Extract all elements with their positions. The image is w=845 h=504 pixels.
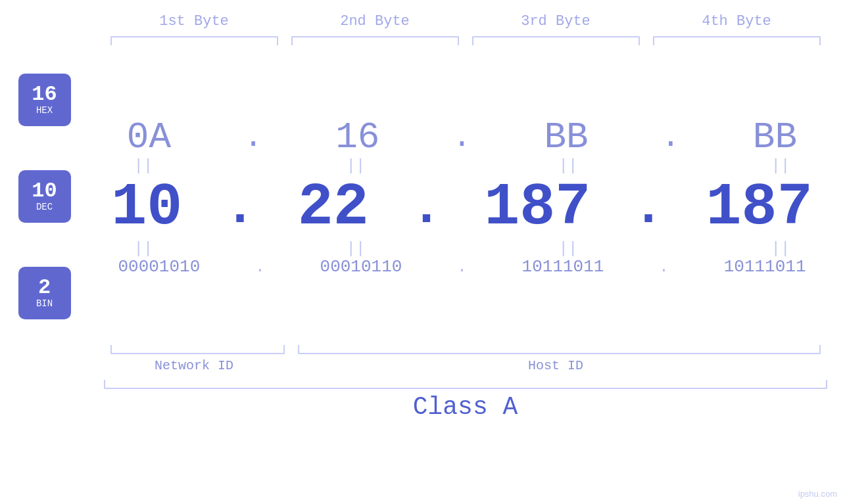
dot-bin-2: . — [457, 258, 466, 276]
byte-headers-row: 1st Byte 2nd Byte 3rd Byte 4th Byte — [104, 13, 827, 30]
host-id-label: Host ID — [285, 358, 827, 373]
bin-badge-number: 2 — [38, 277, 51, 298]
eq-row-2: || || || || — [84, 241, 840, 257]
top-brackets — [104, 36, 827, 45]
eq-2-3: || — [559, 241, 578, 257]
hex-val-3: BB — [544, 116, 589, 158]
host-bracket-wrapper — [298, 345, 821, 354]
dec-val-1: 10 — [111, 174, 182, 241]
hex-val-1: 0A — [127, 116, 171, 158]
dot-hex-1: . — [244, 120, 263, 155]
class-bracket — [104, 380, 827, 389]
eq-2-2: || — [347, 241, 366, 257]
hex-val-4: BB — [753, 116, 797, 158]
dec-val-4: 187 — [706, 174, 813, 241]
byte-header-2: 2nd Byte — [302, 13, 447, 30]
eq-2-1: || — [134, 241, 153, 257]
dot-dec-3: . — [633, 178, 664, 238]
dot-bin-3: . — [659, 258, 668, 276]
id-labels-row: Network ID Host ID — [104, 358, 827, 373]
network-id-label: Network ID — [104, 358, 285, 373]
dec-badge: 10 DEC — [18, 170, 71, 223]
hex-val-2: 16 — [335, 116, 379, 158]
class-label-container: Class A — [104, 393, 827, 421]
hex-badge: 16 HEX — [18, 74, 71, 126]
eq-2-4: || — [771, 241, 790, 257]
bracket-top-1 — [110, 36, 278, 45]
dec-val-2: 22 — [298, 174, 369, 241]
eq-1-4: || — [771, 158, 790, 174]
bin-val-4: 10111011 — [724, 257, 806, 277]
dot-hex-2: . — [452, 120, 471, 155]
dec-badge-label: DEC — [36, 202, 53, 212]
dot-dec-2: . — [410, 178, 442, 238]
byte-header-1: 1st Byte — [122, 13, 266, 30]
class-label: Class A — [413, 393, 518, 421]
eq-1-1: || — [134, 158, 153, 174]
bin-val-3: 10111011 — [522, 257, 604, 277]
hex-badge-number: 16 — [32, 84, 57, 105]
bin-badge-label: BIN — [36, 298, 53, 309]
hex-badge-label: HEX — [36, 105, 53, 116]
byte-header-4: 4th Byte — [664, 13, 809, 30]
content-row: 16 HEX 10 DEC 2 BIN 0A . 16 . BB . BB — [5, 52, 840, 341]
class-bracket-line — [104, 380, 827, 389]
bottom-brackets-row — [104, 345, 827, 354]
eq-1-3: || — [559, 158, 578, 174]
badges-column: 16 HEX 10 DEC 2 BIN — [5, 52, 84, 341]
dot-bin-1: . — [255, 258, 264, 276]
bin-val-2: 00010110 — [320, 257, 402, 277]
bin-val-1: 00001010 — [118, 257, 200, 277]
bracket-top-3 — [472, 36, 640, 45]
network-bracket — [110, 345, 285, 354]
dec-val-3: 187 — [484, 174, 591, 241]
eq-1-2: || — [347, 158, 366, 174]
watermark: ipshu.com — [798, 489, 837, 499]
dot-dec-1: . — [224, 178, 256, 238]
dot-hex-3: . — [661, 120, 680, 155]
bin-row: 00001010 . 00010110 . 10111011 . 1011101… — [84, 257, 840, 277]
bracket-top-4 — [653, 36, 821, 45]
hex-row: 0A . 16 . BB . BB — [84, 116, 840, 158]
host-bracket — [298, 345, 821, 354]
bin-badge: 2 BIN — [18, 267, 71, 319]
dec-row: 10 . 22 . 187 . 187 — [84, 174, 840, 241]
dec-badge-number: 10 — [32, 181, 57, 202]
main-container: 1st Byte 2nd Byte 3rd Byte 4th Byte 16 H… — [0, 0, 845, 504]
bracket-top-2 — [291, 36, 459, 45]
byte-header-3: 3rd Byte — [483, 13, 628, 30]
eq-row-1: || || || || — [84, 158, 840, 174]
values-area: 0A . 16 . BB . BB || || || || 10 — [84, 116, 840, 277]
